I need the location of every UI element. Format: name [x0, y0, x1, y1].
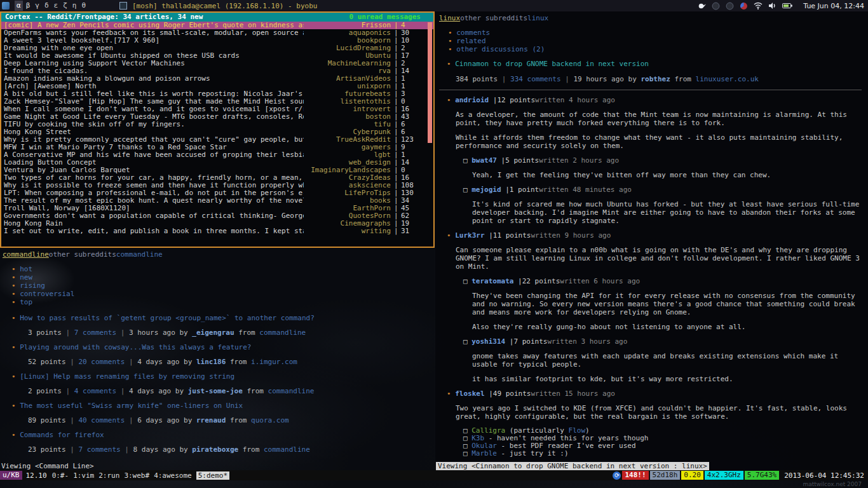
- post-title-row[interactable]: • Commands for firefox: [3, 431, 435, 439]
- comments-link[interactable]: 20 comments: [78, 358, 125, 366]
- article-row[interactable]: Game Night at Good Life every Tuesday - …: [1, 113, 433, 121]
- author-link[interactable]: linc186: [196, 358, 226, 366]
- article-row[interactable]: A sweet 3 level bookshelf.[717 X 960]boo…: [1, 37, 433, 44]
- article-row[interactable]: TIFU by cooking the skin off of my finge…: [1, 121, 433, 128]
- menu-item-comments[interactable]: • comments: [439, 29, 865, 37]
- author-link[interactable]: robthez: [641, 75, 670, 83]
- comments-link[interactable]: 334 comments: [510, 75, 560, 83]
- article-row[interactable]: A Conservative MP and his wife have been…: [1, 151, 433, 159]
- article-row[interactable]: [Arch] [Awesome] Northunixporn|1: [1, 83, 433, 90]
- app-link[interactable]: Okular: [471, 442, 497, 450]
- article-row[interactable]: Dreaming with one eye openLucidDreaming|…: [1, 44, 433, 52]
- tray-icon-app2[interactable]: [726, 2, 734, 10]
- tag-γ[interactable]: γ: [33, 1, 41, 11]
- article-row[interactable]: Hong Kong RainCinemagraphs|19: [1, 220, 433, 227]
- post-title-row[interactable]: • Playing around with cowsay...Was this …: [3, 343, 435, 351]
- article-row[interactable]: A bit old but i still feel like this is …: [1, 90, 433, 98]
- article-row[interactable]: Amazon indians making a blowgun and pois…: [1, 75, 433, 83]
- article-row[interactable]: Zack Hemsey-"Slave" [Hip Hop] The same g…: [1, 98, 433, 105]
- tag-δ[interactable]: δ: [43, 1, 51, 11]
- post-title-link[interactable]: Commands for firefox: [20, 431, 104, 439]
- post-title-link[interactable]: The most useful "Swiss army knife" one-l…: [20, 402, 243, 410]
- article-row[interactable]: Deep Learning using Support Vector Machi…: [1, 60, 433, 67]
- byobu-window-0[interactable]: 0:#-: [52, 471, 69, 480]
- article-row-selected[interactable]: [comic] A new Zen Pencils comic using Ro…: [1, 22, 433, 29]
- tag-ε[interactable]: ε: [52, 1, 60, 11]
- byobu-window-5[interactable]: 5:demo*: [196, 471, 229, 480]
- author-link[interactable]: rrenaud: [196, 416, 226, 424]
- article-row[interactable]: Troll Wall, Norway [1680X1120]EarthPorn|…: [1, 205, 433, 212]
- app-link[interactable]: K3b: [471, 435, 484, 442]
- article-row[interactable]: Loading Button Conceptweb_design|14: [1, 159, 433, 166]
- post-title-link[interactable]: [Linux] Help mass renaming files by remo…: [20, 372, 234, 381]
- article-row[interactable]: LPT: When composing a professional e-mai…: [1, 189, 433, 197]
- tray-icon-bird[interactable]: [698, 2, 706, 10]
- app-link[interactable]: Marble: [471, 450, 497, 458]
- article-row[interactable]: I set out to write, edit, and publish a …: [1, 227, 433, 235]
- author-link[interactable]: pirateboxge: [192, 445, 238, 454]
- menu-item-rising[interactable]: • rising: [3, 281, 435, 290]
- article-row[interactable]: Why is it pretty commonly accepted that …: [1, 136, 433, 144]
- menu-item-controversial[interactable]: • controversial: [3, 290, 435, 298]
- comments-link[interactable]: 7 comments: [74, 329, 116, 337]
- comment-author-link[interactable]: bwat47: [471, 156, 501, 165]
- battery-icon[interactable]: [782, 3, 792, 9]
- app-link[interactable]: Flow: [569, 427, 586, 435]
- wifi-icon[interactable]: [754, 2, 763, 10]
- tag-α[interactable]: α: [15, 1, 23, 11]
- author-link[interactable]: _eigengrau: [192, 329, 234, 337]
- article-title-link[interactable]: Cinnamon to drop GNOME backend in next v…: [455, 60, 649, 68]
- tag-β[interactable]: β: [24, 1, 32, 11]
- domain-link[interactable]: quora.com: [251, 416, 289, 424]
- volume-icon[interactable]: [768, 2, 776, 10]
- tab-subreddit-name[interactable]: commandline: [116, 250, 163, 259]
- domain-link[interactable]: commandline: [259, 329, 306, 337]
- comments-link[interactable]: 7 comments: [78, 445, 120, 454]
- article-row[interactable]: MFW I win at Mario Party 7 thanks to a R…: [1, 144, 433, 151]
- post-title-row[interactable]: • The most useful "Swiss army knife" one…: [3, 402, 435, 410]
- tab-current-subreddit[interactable]: linux: [439, 14, 460, 22]
- tab-current-subreddit[interactable]: commandline: [3, 250, 49, 259]
- comment-author-link[interactable]: floskel: [455, 390, 489, 398]
- menu-item-top[interactable]: • top: [3, 298, 435, 306]
- domain-link[interactable]: commandline: [268, 387, 315, 395]
- launcher-icon[interactable]: [2, 2, 10, 10]
- tab-other-subreddits[interactable]: other subreddits: [460, 14, 527, 22]
- post-title-row[interactable]: • [Linux] Help mass renaming files by re…: [3, 372, 435, 381]
- post-title-row[interactable]: • How to pass results of `getent group <…: [3, 314, 435, 322]
- byobu-window-1[interactable]: 1:vim: [73, 471, 94, 480]
- article-row[interactable]: The result of my most epic book hunt. A …: [1, 197, 433, 205]
- article-row[interactable]: Ventura by Juan Carlos BarquetImaginaryL…: [1, 166, 433, 174]
- article-row[interactable]: Two types of car horns for your car, a h…: [1, 174, 433, 182]
- author-link[interactable]: just-some-joe: [188, 387, 243, 395]
- article-row[interactable]: Hong Kong StreetCyberpunk|6: [1, 128, 433, 136]
- comment-author-link[interactable]: andrioid: [455, 96, 493, 104]
- menu-item-hot[interactable]: • hot: [3, 265, 435, 273]
- domain-link[interactable]: linuxuser.co.uk: [696, 75, 759, 83]
- tray-icon-chat[interactable]: [740, 2, 748, 10]
- tab-other-subreddits[interactable]: other subreddits: [49, 250, 116, 259]
- article-row[interactable]: Why is it possible to freeze semen and t…: [1, 182, 433, 189]
- comments-link[interactable]: 4 comments: [74, 387, 116, 395]
- domain-link[interactable]: i.imgur.com: [251, 358, 297, 366]
- byobu-window-3[interactable]: 3:web#: [124, 471, 149, 480]
- menu-item-new[interactable]: • new: [3, 273, 435, 281]
- tag-ζ[interactable]: ζ: [61, 1, 69, 11]
- article-title-row[interactable]: • Cinnamon to drop GNOME backend in next…: [439, 60, 865, 68]
- comment-author-link[interactable]: mejogid: [471, 186, 505, 194]
- comment-author-link[interactable]: yoshi314: [471, 337, 510, 346]
- post-title-link[interactable]: How to pass results of `getent group <gr…: [20, 314, 315, 322]
- domain-link[interactable]: commandline: [264, 445, 310, 454]
- byobu-window-2[interactable]: 2:run: [98, 471, 119, 480]
- article-row[interactable]: It would be awesome if Ubuntu shipped on…: [1, 52, 433, 60]
- article-row[interactable]: OpenFarms wants your feedback on its sma…: [1, 29, 433, 37]
- byobu-window-4[interactable]: 4:awesome: [154, 471, 192, 480]
- tag-η[interactable]: η: [71, 1, 79, 11]
- comments-link[interactable]: 40 comments: [78, 416, 125, 424]
- comment-author-link[interactable]: teratomata: [471, 277, 518, 285]
- scrollbar-thumb[interactable]: [428, 22, 432, 143]
- comment-author-link[interactable]: Lurk3rr: [455, 231, 489, 240]
- article-row[interactable]: I found the cicadas.rva|14: [1, 67, 433, 75]
- tag-θ[interactable]: θ: [79, 1, 88, 11]
- article-row[interactable]: Governments don't want a population capa…: [1, 212, 433, 220]
